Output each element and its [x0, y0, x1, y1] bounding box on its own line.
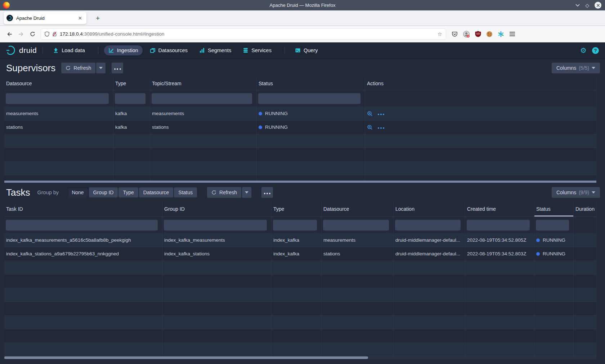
- nav-services[interactable]: Services: [238, 45, 276, 55]
- url-bar[interactable]: 172.18.0.4:30899/unified-console.html#in…: [41, 29, 446, 40]
- maximize-icon[interactable]: ◇: [585, 3, 589, 8]
- cell-duration: [574, 247, 596, 260]
- header-status[interactable]: Status: [257, 77, 365, 90]
- tasks-more-button[interactable]: [261, 187, 273, 198]
- menu-hamburger-icon[interactable]: [509, 32, 515, 36]
- supervisor-row[interactable]: stations kafka stations RUNNING: [4, 120, 596, 134]
- extension-profile-icon[interactable]: [463, 31, 470, 38]
- nav-divider: [284, 47, 285, 54]
- help-icon[interactable]: ?: [592, 47, 599, 54]
- tasks-title: Tasks: [6, 187, 30, 198]
- insecure-lock-icon[interactable]: [52, 31, 57, 37]
- header-duration[interactable]: Duration: [574, 201, 596, 217]
- header-actions[interactable]: Actions: [365, 77, 596, 90]
- minimize-icon[interactable]: [575, 4, 580, 7]
- header-topic-stream[interactable]: Topic/Stream: [150, 77, 257, 90]
- supervisors-more-button[interactable]: [112, 63, 123, 73]
- scrollbar-thumb[interactable]: [4, 356, 368, 359]
- section-splitter-handle[interactable]: [4, 181, 596, 183]
- header-task-id[interactable]: Task ID: [4, 201, 162, 217]
- firefox-window: Apache Druid — Mozilla Firefox ◇ Apache …: [0, 0, 605, 364]
- header-datasource[interactable]: Datasource: [4, 77, 113, 90]
- nav-segments[interactable]: Segments: [195, 45, 236, 55]
- druid-navbar: druid Load data Ingestion Datasources Se…: [0, 42, 605, 58]
- window-title: Apache Druid — Mozilla Firefox: [0, 3, 605, 8]
- group-by-status-button[interactable]: Status: [174, 187, 197, 197]
- druid-logo-icon: [6, 45, 17, 56]
- status-dot-icon: [536, 252, 540, 256]
- tasks-columns-button[interactable]: Columns (9/9): [552, 187, 600, 198]
- filter-location-input[interactable]: [395, 220, 461, 231]
- filter-created-time-input[interactable]: [467, 220, 530, 231]
- filter-datasource-input[interactable]: [6, 93, 109, 104]
- group-by-type-button[interactable]: Type: [118, 187, 138, 197]
- group-by-datasource-button[interactable]: Datasource: [139, 187, 174, 197]
- cell-topic: stations: [150, 120, 257, 134]
- druid-logo[interactable]: druid: [6, 45, 37, 56]
- cell-group-id: index_kafka_stations: [162, 247, 272, 260]
- supervisors-controls: Supervisors Refresh Columns (5/5): [6, 62, 600, 74]
- nav-query[interactable]: Query: [291, 45, 322, 55]
- bookmark-star-icon[interactable]: ☆: [438, 31, 442, 37]
- header-status-sorted[interactable]: Status: [534, 201, 574, 217]
- filter-status-input[interactable]: [536, 220, 569, 231]
- filter-group-id-input[interactable]: [164, 220, 267, 231]
- filter-status-input[interactable]: [258, 93, 360, 104]
- row-more-icon[interactable]: [377, 124, 385, 130]
- segments-icon: [199, 47, 205, 53]
- filter-topic-input[interactable]: [152, 93, 252, 104]
- back-icon[interactable]: [4, 29, 15, 40]
- status-label: RUNNING: [265, 111, 288, 116]
- group-by-none-button[interactable]: None: [67, 187, 88, 197]
- reload-icon[interactable]: [27, 29, 38, 40]
- supervisors-refresh-button[interactable]: Refresh: [61, 63, 95, 73]
- tasks-refresh-caret-icon[interactable]: [242, 187, 251, 198]
- ublock-icon[interactable]: UO: [475, 31, 481, 37]
- task-row[interactable]: index_kafka_measurements_a5616c5ba8afb8b…: [4, 233, 596, 247]
- header-datasource[interactable]: Datasource: [322, 201, 394, 217]
- more-dots-icon: [263, 189, 271, 196]
- nav-ingestion[interactable]: Ingestion: [104, 45, 143, 55]
- forward-icon[interactable]: [15, 29, 27, 40]
- supervisors-columns-button[interactable]: Columns (5/5): [552, 63, 600, 73]
- main-content: Supervisors Refresh Columns (5/5) Dataso…: [0, 58, 605, 364]
- cell-status: RUNNING: [534, 247, 574, 260]
- magnifier-detail-icon[interactable]: [367, 111, 373, 117]
- tab-close-icon[interactable]: ✕: [77, 15, 84, 22]
- supervisor-row[interactable]: measurements kafka measurements RUNNING: [4, 107, 596, 120]
- pocket-icon[interactable]: [452, 31, 458, 37]
- filter-type-input[interactable]: [115, 93, 145, 104]
- cookie-icon[interactable]: [486, 31, 493, 37]
- header-type[interactable]: Type: [272, 201, 322, 217]
- close-icon[interactable]: [595, 2, 601, 9]
- nav-datasources[interactable]: Datasources: [145, 45, 192, 55]
- empty-row: [4, 315, 596, 329]
- tasks-refresh-button[interactable]: Refresh: [207, 187, 241, 198]
- nav-load-data[interactable]: Load data: [49, 45, 89, 55]
- empty-row: [4, 148, 596, 161]
- row-more-icon[interactable]: [377, 111, 385, 116]
- cell-status: RUNNING: [534, 233, 574, 247]
- shield-icon[interactable]: [45, 31, 49, 37]
- status-label: RUNNING: [543, 251, 565, 256]
- url-host: 172.18.0.4: [60, 31, 83, 37]
- header-group-id[interactable]: Group ID: [162, 201, 272, 217]
- cell-topic: measurements: [150, 107, 257, 120]
- tab-apache-druid[interactable]: Apache Druid ✕: [4, 12, 86, 24]
- status-label: RUNNING: [543, 237, 565, 243]
- extension-asterisk-icon[interactable]: [498, 31, 504, 37]
- header-location[interactable]: Location: [394, 201, 465, 217]
- filter-datasource-input[interactable]: [323, 220, 389, 231]
- settings-gear-icon[interactable]: ⚙: [580, 47, 587, 54]
- magnifier-detail-icon[interactable]: [367, 124, 373, 130]
- new-tab-button[interactable]: +: [93, 14, 103, 22]
- filter-task-id-input[interactable]: [6, 220, 158, 231]
- url-text[interactable]: 172.18.0.4:30899/unified-console.html#in…: [60, 31, 435, 37]
- header-created-time[interactable]: Created time: [465, 201, 534, 217]
- task-row[interactable]: index_kafka_stations_a9a679b22795b63_nnk…: [4, 247, 596, 261]
- group-by-group-id-button[interactable]: Group ID: [89, 187, 118, 197]
- filter-type-input[interactable]: [273, 220, 317, 231]
- supervisors-refresh-caret-icon[interactable]: [96, 63, 106, 73]
- header-type[interactable]: Type: [113, 77, 150, 90]
- cell-task-id: index_kafka_measurements_a5616c5ba8afb8b…: [4, 233, 162, 247]
